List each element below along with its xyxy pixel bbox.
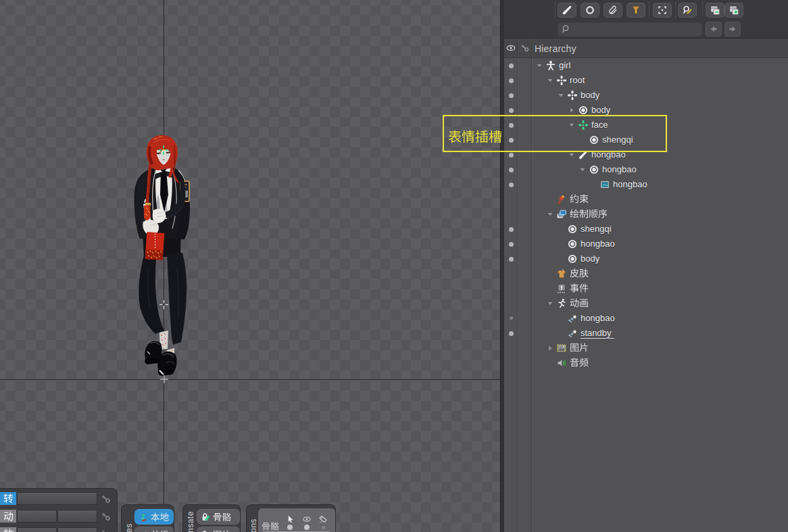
chevron-down-icon[interactable]	[546, 210, 554, 218]
tree-label[interactable]: 皮肤	[570, 268, 589, 278]
tree-row-body[interactable]: body	[504, 251, 788, 266]
tree-row-约束[interactable]: 约束	[504, 192, 788, 207]
visibility-dot[interactable]	[509, 168, 514, 172]
tree-label[interactable]: root	[570, 75, 585, 85]
button-label: 骨骼	[213, 512, 231, 522]
axis-local-icon	[138, 512, 149, 523]
tree-row-图片[interactable]: 图片	[504, 341, 788, 356]
tree-label[interactable]: standby	[581, 328, 614, 339]
tree-label[interactable]: hongbao	[613, 179, 647, 189]
value-field[interactable]	[17, 492, 97, 505]
tree-label[interactable]: 约束	[570, 194, 589, 203]
options-table: 骨骼	[258, 508, 335, 532]
tree-row-standby[interactable]: standby	[504, 326, 788, 341]
viewport-canvas[interactable]	[0, 0, 500, 532]
spine-editor-window: 转动放 es本地分级 nsate骨骼图片 骨骼 ons Hierarchy gi…	[0, 0, 788, 532]
compensate-panel: nsate骨骼图片	[182, 504, 241, 532]
chevron-right-icon[interactable]	[568, 106, 576, 114]
visibility-dot[interactable]	[509, 257, 514, 262]
tree-label[interactable]: hongbao	[581, 239, 615, 249]
tree-row-hongbao[interactable]: hongbao	[504, 162, 788, 177]
visibility-dot[interactable]	[509, 242, 514, 247]
axes-button-1[interactable]: 分级	[134, 527, 174, 532]
slot-icon	[567, 253, 578, 264]
tree-label[interactable]: 事件	[570, 283, 589, 293]
visibility-dot[interactable]	[509, 64, 514, 68]
tree-row-动画[interactable]: 动画	[504, 296, 788, 311]
key-icon[interactable]	[100, 528, 112, 532]
tree-label[interactable]: hongbao	[581, 313, 615, 323]
value-field-x[interactable]	[17, 510, 57, 523]
panel-side-label: nsate	[186, 511, 195, 532]
compensate-button-0[interactable]: 骨骼	[197, 509, 240, 525]
tree-row-body[interactable]: body	[504, 88, 788, 103]
visible-dot[interactable]	[304, 525, 310, 530]
tree-row-hongbao[interactable]: hongbao	[504, 237, 788, 251]
axes-button-0[interactable]: 本地	[134, 509, 174, 525]
visibility-dot[interactable]	[509, 93, 514, 98]
slot-icon	[589, 164, 599, 175]
chevron-down-icon[interactable]	[546, 299, 554, 308]
transform-row: 放	[0, 527, 116, 532]
skin-icon	[556, 268, 567, 279]
tree-label[interactable]: shengqi	[581, 224, 612, 234]
root-bone-marker-icon[interactable]	[159, 300, 168, 309]
tag-dot[interactable]	[322, 526, 325, 529]
image-icon	[599, 179, 610, 190]
face-bone-marker-icon[interactable]	[159, 145, 168, 155]
visibility-dot[interactable]	[509, 227, 514, 232]
tree-row-hongbao[interactable]: hongbao	[504, 177, 788, 192]
eye-icon[interactable]	[302, 514, 312, 524]
hierarchy-panel: Hierarchy girlrootbodybodyfaceshengqihon…	[504, 0, 788, 532]
tree-row-root[interactable]: root	[504, 73, 788, 88]
key-icon[interactable]	[100, 510, 112, 523]
tree-label[interactable]: 绘制顺序	[570, 209, 608, 218]
tree-label[interactable]: body	[581, 90, 599, 100]
transform-tool-label[interactable]: 动	[0, 510, 16, 523]
tree-label[interactable]: girl	[559, 60, 570, 70]
select-dot[interactable]	[287, 525, 293, 530]
tree-row-hongbao[interactable]: hongbao	[504, 311, 788, 326]
tree-label[interactable]: 动画	[570, 298, 589, 308]
chevron-down-icon[interactable]	[535, 62, 543, 70]
tree-row-皮肤[interactable]: 皮肤	[504, 266, 788, 281]
visibility-dot[interactable]	[509, 108, 514, 113]
value-field-y[interactable]	[57, 510, 97, 523]
tree-label[interactable]: body	[591, 105, 610, 115]
animation-icon	[556, 298, 567, 309]
cursor-icon[interactable]	[285, 514, 295, 524]
chevron-down-icon[interactable]	[557, 91, 565, 99]
transform-row: 动	[0, 510, 116, 523]
chevron-down-icon[interactable]	[546, 76, 554, 84]
slot-icon	[578, 105, 589, 116]
tree-row-shengqi[interactable]: shengqi	[504, 222, 788, 237]
value-field-y[interactable]	[57, 527, 97, 532]
character-skeleton[interactable]	[128, 134, 196, 381]
tree-label[interactable]: hongbao	[602, 164, 637, 174]
visibility-dot[interactable]	[510, 316, 513, 320]
chevron-down-icon[interactable]	[578, 166, 587, 174]
transform-tool-label[interactable]: 放	[0, 527, 16, 532]
visibility-dot[interactable]	[509, 78, 514, 83]
tree-label[interactable]: body	[581, 253, 599, 264]
tree-row-音频[interactable]: 音频	[504, 356, 788, 370]
key-icon[interactable]	[100, 493, 112, 505]
tree-row-事件[interactable]: 事件	[504, 281, 788, 296]
tag-icon[interactable]	[318, 514, 328, 524]
tree-label[interactable]: 图片	[570, 343, 589, 352]
chevron-right-icon[interactable]	[546, 344, 554, 352]
event-icon	[556, 283, 567, 294]
transform-tool-label[interactable]: 转	[0, 492, 16, 505]
compensate-button-1[interactable]: 图片	[197, 527, 240, 532]
panel-side-label: ons	[249, 518, 258, 532]
tree-row-绘制顺序[interactable]: 绘制顺序	[504, 207, 788, 222]
visibility-dot[interactable]	[509, 331, 514, 336]
tree-row-girl[interactable]: girl	[504, 58, 788, 73]
slot-icon	[567, 239, 578, 249]
tree-label[interactable]: 音频	[570, 358, 589, 367]
visibility-dot[interactable]	[509, 183, 514, 187]
visibility-dot[interactable]	[509, 153, 514, 158]
draworder-icon	[556, 209, 567, 220]
value-field-x[interactable]	[17, 527, 57, 532]
panel-side-label: es	[124, 523, 134, 532]
